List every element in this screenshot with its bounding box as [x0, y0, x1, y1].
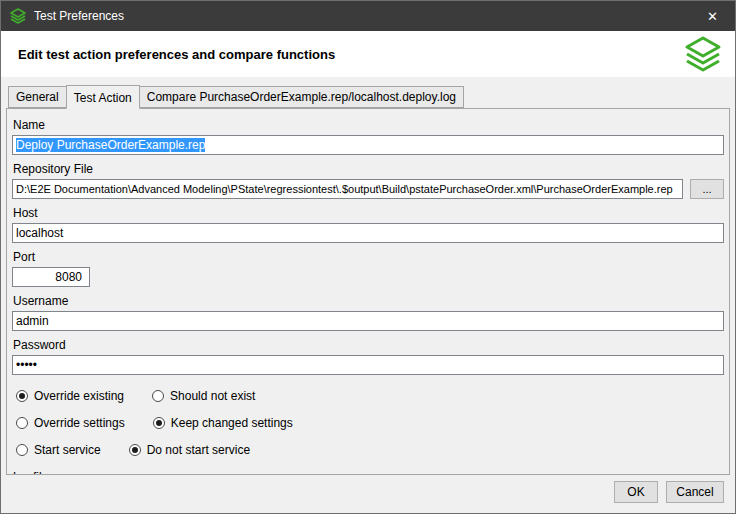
- dialog-header: Edit test action preferences and compare…: [1, 31, 735, 77]
- radio-label: Override settings: [34, 416, 125, 430]
- username-input[interactable]: [12, 311, 724, 331]
- brand-logo-icon: [683, 34, 723, 74]
- app-logo-icon: [10, 8, 26, 24]
- password-input[interactable]: [12, 355, 724, 375]
- name-label: Name: [13, 118, 723, 132]
- exist-options-row: Override existing Should not exist: [16, 389, 720, 403]
- radio-label: Should not exist: [170, 389, 255, 403]
- dialog-description: Edit test action preferences and compare…: [18, 47, 683, 62]
- radio-should-not-exist[interactable]: Should not exist: [152, 389, 255, 403]
- repository-file-browse-button[interactable]: ...: [690, 179, 724, 199]
- deploy-options: Override existing Should not exist Overr…: [16, 389, 720, 457]
- ok-button[interactable]: OK: [614, 481, 658, 503]
- port-input[interactable]: [12, 267, 90, 287]
- name-input[interactable]: Deploy PurchaseOrderExample.rep: [12, 135, 724, 155]
- password-label: Password: [13, 338, 723, 352]
- close-icon[interactable]: ✕: [690, 1, 735, 31]
- radio-circle-icon: [16, 444, 28, 456]
- radio-circle-icon: [153, 417, 165, 429]
- titlebar: Test Preferences ✕: [1, 1, 735, 31]
- repository-file-label: Repository File: [13, 162, 723, 176]
- radio-keep-changed-settings[interactable]: Keep changed settings: [153, 416, 293, 430]
- dialog-footer: OK Cancel: [1, 475, 735, 513]
- radio-label: Start service: [34, 443, 101, 457]
- window-title: Test Preferences: [34, 9, 690, 23]
- port-label: Port: [13, 250, 723, 264]
- radio-label: Do not start service: [147, 443, 250, 457]
- radio-circle-icon: [129, 444, 141, 456]
- radio-circle-icon: [16, 390, 28, 402]
- radio-do-not-start-service[interactable]: Do not start service: [129, 443, 250, 457]
- radio-circle-icon: [152, 390, 164, 402]
- name-value-selected: Deploy PurchaseOrderExample.rep: [16, 138, 205, 152]
- radio-start-service[interactable]: Start service: [16, 443, 101, 457]
- radio-label: Keep changed settings: [171, 416, 293, 430]
- tab-test-action[interactable]: Test Action: [66, 85, 140, 109]
- tab-general[interactable]: General: [8, 86, 67, 108]
- test-action-panel: Name Deploy PurchaseOrderExample.rep Rep…: [6, 108, 730, 475]
- logfile-label: Logfile: [13, 470, 723, 475]
- test-preferences-dialog: Test Preferences ✕ Edit test action pref…: [0, 0, 736, 514]
- radio-override-settings[interactable]: Override settings: [16, 416, 125, 430]
- settings-options-row: Override settings Keep changed settings: [16, 416, 720, 430]
- tab-compare[interactable]: Compare PurchaseOrderExample.rep/localho…: [139, 86, 464, 108]
- host-input[interactable]: [12, 223, 724, 243]
- cancel-button[interactable]: Cancel: [666, 481, 724, 503]
- username-label: Username: [13, 294, 723, 308]
- host-label: Host: [13, 206, 723, 220]
- service-options-row: Start service Do not start service: [16, 443, 720, 457]
- radio-circle-icon: [16, 417, 28, 429]
- radio-override-existing[interactable]: Override existing: [16, 389, 124, 403]
- repository-file-input[interactable]: [12, 179, 683, 199]
- tab-strip: General Test Action Compare PurchaseOrde…: [1, 77, 735, 108]
- radio-label: Override existing: [34, 389, 124, 403]
